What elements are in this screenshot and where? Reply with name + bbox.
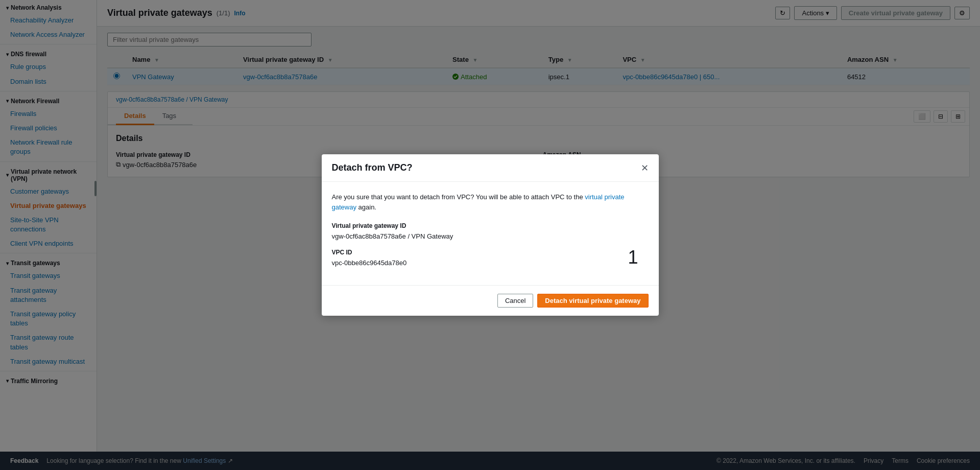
modal-body: Are you sure that you want to detach fro… [322,182,659,285]
modal-field-vpn-value: vgw-0cf6ac8b8a7578a6e / VPN Gateway [332,232,649,240]
modal-counter: 1 [628,248,648,267]
modal-field-vpc-id: VPC ID vpc-0bbe86c9645da78e0 1 [332,248,649,267]
modal-confirm-button[interactable]: Detach virtual private gateway [537,294,648,308]
modal-field-vpc-label: VPC ID [332,249,407,256]
modal-field-vpc-value: vpc-0bbe86c9645da78e0 [332,259,407,267]
modal-header: Detach from VPC? ✕ [322,154,659,182]
modal-footer: Cancel Detach virtual private gateway [322,285,659,316]
modal-field-vpn-id: Virtual private gateway ID vgw-0cf6ac8b8… [332,222,649,240]
modal-overlay: Detach from VPC? ✕ Are you sure that you… [0,0,980,470]
modal-cancel-button[interactable]: Cancel [497,294,533,308]
detach-modal: Detach from VPC? ✕ Are you sure that you… [322,154,659,316]
modal-field-vpn-label: Virtual private gateway ID [332,222,649,229]
modal-description: Are you sure that you want to detach fro… [332,192,649,212]
modal-close-button[interactable]: ✕ [641,163,649,173]
modal-title: Detach from VPC? [332,162,413,173]
